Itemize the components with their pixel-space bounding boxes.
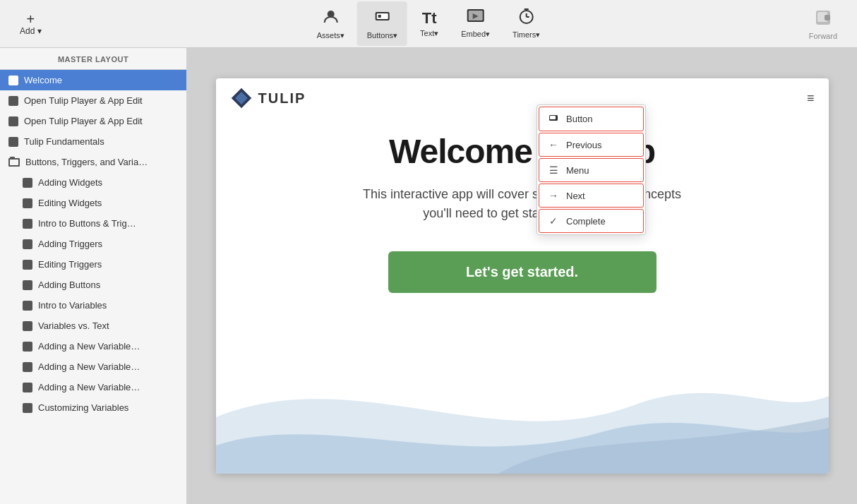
sidebar-item-label: Editing Triggers [38, 259, 102, 270]
forward-label: Forward [809, 32, 837, 40]
svg-rect-13 [825, 15, 830, 20]
menu-icon: ☰ [548, 164, 559, 176]
tulip-logo: TULIP [230, 87, 306, 109]
sidebar-item-label: Intro to Variables [38, 300, 107, 311]
dropdown-next-label: Next [566, 191, 585, 201]
sidebar-item-open1[interactable]: Open Tulip Player & App Edit [0, 90, 186, 111]
sidebar-item-label: Adding a New Variable… [38, 341, 140, 352]
assets-button[interactable]: Assets▾ [307, 1, 354, 46]
plus-icon: + [27, 12, 35, 26]
page-icon [8, 137, 18, 147]
sidebar-item-fundamentals[interactable]: Tulip Fundamentals [0, 131, 186, 152]
sidebar-item-intro-variables[interactable]: Intro to Variables [0, 295, 186, 316]
sidebar-item-adding-new3[interactable]: Adding a New Variable… [0, 377, 186, 397]
sidebar-item-editing-triggers[interactable]: Editing Triggers [0, 254, 186, 275]
sidebar-header: MASTER LAYOUT [0, 48, 186, 70]
assets-icon [321, 7, 340, 30]
add-label: Add ▾ [20, 26, 42, 36]
sidebar-item-adding-widgets[interactable]: Adding Widgets [0, 172, 186, 193]
embed-button[interactable]: Embed▾ [451, 3, 500, 44]
wave-background [216, 290, 829, 474]
embed-label: Embed▾ [461, 30, 490, 39]
hamburger-menu[interactable]: ≡ [807, 91, 815, 106]
svg-rect-3 [378, 15, 380, 18]
tulip-brand-name: TULIP [258, 90, 306, 107]
sidebar-item-adding-buttons[interactable]: Adding Buttons [0, 275, 186, 295]
sidebar-item-variables-text[interactable]: Variables vs. Text [0, 316, 186, 336]
sidebar-item-folder[interactable]: Buttons, Triggers, and Varia… [0, 152, 186, 172]
text-button[interactable]: Tt Text▾ [410, 4, 448, 44]
sidebar-item-label: Open Tulip Player & App Edit [24, 95, 143, 106]
sidebar-item-adding-new2[interactable]: Adding a New Variable… [0, 356, 186, 377]
main-area: MASTER LAYOUT Welcome Open Tulip Player … [0, 48, 857, 504]
sidebar-item-welcome[interactable]: Welcome [0, 70, 186, 90]
dropdown-item-complete[interactable]: ✓ Complete [539, 209, 644, 233]
welcome-title: Welcome to Tulip [258, 132, 786, 171]
dropdown-item-button[interactable]: Button [539, 107, 644, 131]
page-icon [23, 280, 32, 290]
page-icon [23, 383, 32, 392]
page-icon [23, 178, 32, 188]
dropdown-item-next[interactable]: → Next [539, 184, 644, 208]
add-button[interactable]: + Add ▾ [11, 6, 50, 42]
page-icon [23, 198, 32, 208]
assets-label: Assets▾ [317, 31, 344, 40]
buttons-button[interactable]: Buttons▾ [357, 1, 407, 46]
page-icon [8, 76, 18, 85]
tulip-diamond-icon [230, 87, 253, 109]
sidebar-item-label: Adding Widgets [38, 177, 102, 188]
timers-button[interactable]: Timers▾ [503, 2, 550, 45]
page-icon [23, 260, 32, 270]
sidebar-item-label: Welcome [24, 75, 62, 85]
sidebar-item-label: Adding Triggers [38, 239, 102, 249]
buttons-label: Buttons▾ [367, 31, 397, 40]
sidebar-item-label: Adding a New Variable… [38, 382, 140, 392]
text-label: Text▾ [420, 29, 438, 38]
sidebar-item-label: Tulip Fundamentals [24, 136, 104, 147]
dropdown-item-previous[interactable]: ← Previous [539, 133, 644, 157]
page-icon [23, 403, 32, 413]
button-icon [548, 113, 559, 125]
welcome-content: Welcome to Tulip This interactive app wi… [216, 118, 829, 293]
app-frame: TULIP ≡ Welcome to Tulip This interactiv… [216, 78, 829, 474]
sidebar-item-label: Customizing Variables [38, 402, 128, 413]
get-started-button[interactable]: Let's get started. [388, 251, 657, 293]
sidebar-item-label: Adding Buttons [38, 280, 100, 290]
dropdown-previous-label: Previous [566, 140, 602, 150]
page-icon [23, 239, 32, 249]
buttons-icon [373, 7, 391, 30]
previous-icon: ← [548, 139, 559, 150]
dropdown-button-label: Button [566, 114, 593, 124]
content-area: TULIP ≡ Welcome to Tulip This interactiv… [187, 48, 857, 504]
sidebar-item-label: Adding a New Variable… [38, 361, 140, 372]
sidebar-item-intro-buttons[interactable]: Intro to Buttons & Trig… [0, 213, 186, 234]
sidebar-item-label: Editing Widgets [38, 198, 102, 208]
sidebar-item-label: Variables vs. Text [38, 320, 109, 331]
page-icon [23, 301, 32, 311]
sidebar-item-open2[interactable]: Open Tulip Player & App Edit [0, 111, 186, 131]
forward-button[interactable]: Forward [801, 2, 846, 46]
sidebar-item-editing-widgets[interactable]: Editing Widgets [0, 193, 186, 213]
page-icon [23, 219, 32, 229]
text-icon: Tt [422, 9, 437, 28]
timers-label: Timers▾ [513, 30, 540, 40]
sidebar-item-adding-new1[interactable]: Adding a New Variable… [0, 336, 186, 356]
toolbar-center: Assets▾ Buttons▾ Tt Text▾ [307, 1, 551, 46]
sidebar-item-adding-triggers[interactable]: Adding Triggers [0, 234, 186, 254]
page-icon [23, 362, 32, 372]
timers-icon [518, 8, 535, 29]
toolbar: + Add ▾ Assets▾ Buttons▾ [0, 0, 857, 48]
sidebar-item-customizing[interactable]: Customizing Variables [0, 397, 186, 418]
next-icon: → [548, 190, 559, 201]
dropdown-complete-label: Complete [566, 216, 606, 227]
sidebar-item-label: Open Tulip Player & App Edit [24, 116, 143, 126]
sidebar-item-label: Buttons, Triggers, and Varia… [25, 157, 148, 167]
toolbar-right: Forward [801, 2, 846, 46]
page-icon [8, 96, 18, 106]
dropdown-menu-label: Menu [566, 165, 589, 176]
complete-icon: ✓ [548, 215, 559, 227]
page-icon [23, 342, 32, 352]
sidebar-item-label: Intro to Buttons & Trig… [38, 218, 136, 229]
dropdown-item-menu[interactable]: ☰ Menu [539, 158, 644, 182]
sidebar: MASTER LAYOUT Welcome Open Tulip Player … [0, 48, 187, 504]
